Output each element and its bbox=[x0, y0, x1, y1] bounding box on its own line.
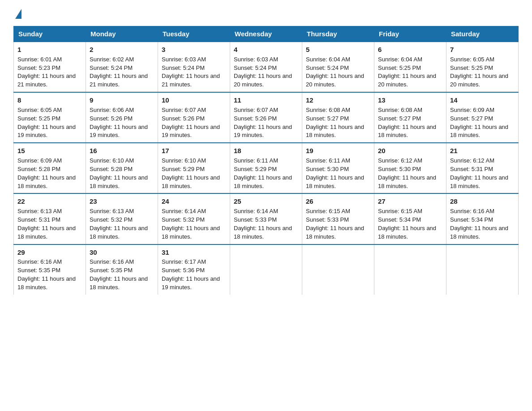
calendar-cell: 3Sunrise: 6:03 AMSunset: 5:24 PMDaylight… bbox=[158, 42, 230, 92]
calendar-cell: 9Sunrise: 6:06 AMSunset: 5:26 PMDaylight… bbox=[86, 92, 158, 143]
calendar-cell: 31Sunrise: 6:17 AMSunset: 5:36 PMDayligh… bbox=[158, 244, 230, 295]
day-number: 29 bbox=[17, 248, 82, 257]
daylight-text: Daylight: 11 hours and 18 minutes. bbox=[378, 174, 436, 189]
sunrise-text: Sunrise: 6:17 AM bbox=[162, 258, 206, 265]
sunrise-text: Sunrise: 6:01 AM bbox=[17, 56, 62, 63]
sunrise-text: Sunrise: 6:02 AM bbox=[90, 56, 134, 63]
calendar-week-row: 29Sunrise: 6:16 AMSunset: 5:35 PMDayligh… bbox=[14, 244, 519, 295]
sunset-text: Sunset: 5:24 PM bbox=[234, 64, 277, 71]
sunrise-text: Sunrise: 6:14 AM bbox=[162, 208, 206, 214]
calendar-cell: 10Sunrise: 6:07 AMSunset: 5:26 PMDayligh… bbox=[158, 92, 230, 143]
sunrise-text: Sunrise: 6:11 AM bbox=[306, 157, 350, 164]
sunrise-text: Sunrise: 6:04 AM bbox=[378, 56, 422, 63]
calendar-cell: 29Sunrise: 6:16 AMSunset: 5:35 PMDayligh… bbox=[14, 244, 86, 295]
sunrise-text: Sunrise: 6:06 AM bbox=[90, 107, 134, 113]
daylight-text: Daylight: 11 hours and 18 minutes. bbox=[234, 225, 292, 240]
day-number: 22 bbox=[17, 197, 82, 206]
calendar-cell: 27Sunrise: 6:15 AMSunset: 5:34 PMDayligh… bbox=[374, 193, 446, 244]
sunset-text: Sunset: 5:24 PM bbox=[306, 64, 349, 71]
calendar-week-row: 8Sunrise: 6:05 AMSunset: 5:25 PMDaylight… bbox=[14, 92, 519, 143]
calendar-cell: 2Sunrise: 6:02 AMSunset: 5:24 PMDaylight… bbox=[86, 42, 158, 92]
logo-triangle-icon bbox=[15, 9, 21, 19]
calendar-week-row: 1Sunrise: 6:01 AMSunset: 5:23 PMDaylight… bbox=[14, 42, 519, 92]
daylight-text: Daylight: 11 hours and 18 minutes. bbox=[306, 225, 364, 240]
sunrise-text: Sunrise: 6:16 AM bbox=[450, 208, 494, 214]
daylight-text: Daylight: 11 hours and 18 minutes. bbox=[450, 124, 508, 139]
sunset-text: Sunset: 5:26 PM bbox=[162, 115, 205, 122]
column-header-monday: Monday bbox=[86, 26, 158, 42]
column-header-thursday: Thursday bbox=[302, 26, 374, 42]
calendar-cell: 8Sunrise: 6:05 AMSunset: 5:25 PMDaylight… bbox=[14, 92, 86, 143]
calendar-cell bbox=[446, 244, 519, 295]
daylight-text: Daylight: 11 hours and 20 minutes. bbox=[450, 73, 508, 88]
day-number: 25 bbox=[234, 197, 298, 206]
daylight-text: Daylight: 11 hours and 18 minutes. bbox=[234, 174, 292, 189]
calendar-cell: 13Sunrise: 6:08 AMSunset: 5:27 PMDayligh… bbox=[374, 92, 446, 143]
day-number: 5 bbox=[306, 45, 370, 55]
sunset-text: Sunset: 5:29 PM bbox=[234, 166, 277, 172]
sunset-text: Sunset: 5:29 PM bbox=[162, 166, 205, 172]
day-number: 30 bbox=[90, 248, 154, 257]
column-header-saturday: Saturday bbox=[446, 26, 519, 42]
calendar-cell: 18Sunrise: 6:11 AMSunset: 5:29 PMDayligh… bbox=[230, 143, 302, 193]
calendar-cell: 4Sunrise: 6:03 AMSunset: 5:24 PMDaylight… bbox=[230, 42, 302, 92]
day-number: 3 bbox=[162, 45, 226, 55]
day-number: 18 bbox=[234, 146, 298, 156]
sunrise-text: Sunrise: 6:15 AM bbox=[306, 208, 350, 214]
sunset-text: Sunset: 5:24 PM bbox=[90, 64, 133, 71]
column-header-friday: Friday bbox=[374, 26, 446, 42]
daylight-text: Daylight: 11 hours and 19 minutes. bbox=[162, 275, 220, 291]
calendar-cell: 17Sunrise: 6:10 AMSunset: 5:29 PMDayligh… bbox=[158, 143, 230, 193]
sunrise-text: Sunrise: 6:03 AM bbox=[234, 56, 278, 63]
sunset-text: Sunset: 5:23 PM bbox=[17, 64, 60, 71]
day-number: 2 bbox=[90, 45, 154, 55]
sunrise-text: Sunrise: 6:05 AM bbox=[17, 107, 62, 113]
sunset-text: Sunset: 5:36 PM bbox=[162, 267, 205, 274]
daylight-text: Daylight: 11 hours and 21 minutes. bbox=[17, 73, 76, 88]
sunrise-text: Sunrise: 6:08 AM bbox=[378, 107, 422, 113]
day-number: 16 bbox=[90, 146, 154, 156]
sunset-text: Sunset: 5:34 PM bbox=[450, 216, 493, 223]
sunrise-text: Sunrise: 6:10 AM bbox=[162, 157, 206, 164]
sunrise-text: Sunrise: 6:09 AM bbox=[450, 107, 494, 113]
sunrise-text: Sunrise: 6:16 AM bbox=[17, 258, 62, 265]
day-number: 28 bbox=[450, 197, 515, 206]
sunset-text: Sunset: 5:25 PM bbox=[450, 64, 493, 71]
calendar-cell: 1Sunrise: 6:01 AMSunset: 5:23 PMDaylight… bbox=[14, 42, 86, 92]
calendar-cell: 22Sunrise: 6:13 AMSunset: 5:31 PMDayligh… bbox=[14, 193, 86, 244]
sunset-text: Sunset: 5:27 PM bbox=[450, 115, 493, 122]
sunset-text: Sunset: 5:25 PM bbox=[17, 115, 60, 122]
daylight-text: Daylight: 11 hours and 18 minutes. bbox=[90, 174, 148, 189]
sunrise-text: Sunrise: 6:07 AM bbox=[234, 107, 278, 113]
daylight-text: Daylight: 11 hours and 18 minutes. bbox=[162, 174, 220, 189]
sunrise-text: Sunrise: 6:04 AM bbox=[306, 56, 350, 63]
sunset-text: Sunset: 5:33 PM bbox=[306, 216, 349, 223]
sunset-text: Sunset: 5:30 PM bbox=[378, 166, 421, 172]
sunset-text: Sunset: 5:28 PM bbox=[17, 166, 60, 172]
day-number: 23 bbox=[90, 197, 154, 206]
day-number: 17 bbox=[162, 146, 226, 156]
sunset-text: Sunset: 5:24 PM bbox=[162, 64, 205, 71]
column-header-wednesday: Wednesday bbox=[230, 26, 302, 42]
sunrise-text: Sunrise: 6:09 AM bbox=[17, 157, 62, 164]
daylight-text: Daylight: 11 hours and 20 minutes. bbox=[306, 73, 364, 88]
logo bbox=[13, 9, 21, 17]
sunrise-text: Sunrise: 6:12 AM bbox=[378, 157, 422, 164]
daylight-text: Daylight: 11 hours and 18 minutes. bbox=[90, 275, 148, 291]
calendar-cell: 11Sunrise: 6:07 AMSunset: 5:26 PMDayligh… bbox=[230, 92, 302, 143]
sunset-text: Sunset: 5:35 PM bbox=[90, 267, 133, 274]
daylight-text: Daylight: 11 hours and 21 minutes. bbox=[90, 73, 148, 88]
calendar-cell: 16Sunrise: 6:10 AMSunset: 5:28 PMDayligh… bbox=[86, 143, 158, 193]
day-number: 9 bbox=[90, 95, 154, 105]
calendar-cell: 25Sunrise: 6:14 AMSunset: 5:33 PMDayligh… bbox=[230, 193, 302, 244]
sunset-text: Sunset: 5:32 PM bbox=[162, 216, 205, 223]
calendar-cell bbox=[374, 244, 446, 295]
sunrise-text: Sunrise: 6:07 AM bbox=[162, 107, 206, 113]
calendar-cell: 30Sunrise: 6:16 AMSunset: 5:35 PMDayligh… bbox=[86, 244, 158, 295]
sunrise-text: Sunrise: 6:16 AM bbox=[90, 258, 134, 265]
sunset-text: Sunset: 5:33 PM bbox=[234, 216, 277, 223]
daylight-text: Daylight: 11 hours and 18 minutes. bbox=[378, 124, 436, 139]
sunset-text: Sunset: 5:26 PM bbox=[90, 115, 133, 122]
daylight-text: Daylight: 11 hours and 18 minutes. bbox=[17, 174, 76, 189]
sunset-text: Sunset: 5:32 PM bbox=[90, 216, 133, 223]
